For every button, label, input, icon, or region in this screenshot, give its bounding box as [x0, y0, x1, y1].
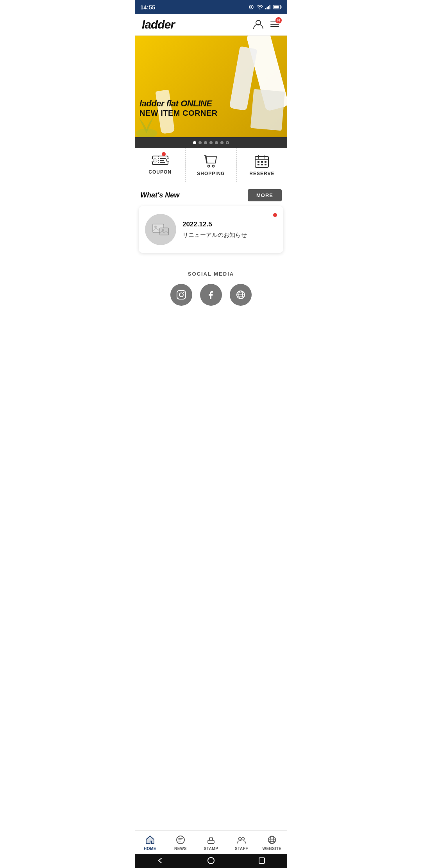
signal-icon — [265, 5, 271, 9]
svg-rect-20 — [160, 162, 165, 163]
news-title: リニューアルのお知らせ — [182, 231, 277, 239]
svg-point-22 — [207, 165, 209, 167]
carousel-dots — [135, 137, 287, 148]
reserve-label: RESERVE — [249, 171, 274, 176]
coupon-icon — [152, 154, 169, 166]
svg-point-1 — [250, 6, 252, 8]
news-content: 2022.12.5 リニューアルのお知らせ — [182, 221, 277, 239]
svg-rect-38 — [177, 291, 186, 299]
battery-icon — [273, 5, 282, 9]
menu-button[interactable]: N — [269, 19, 280, 31]
svg-point-39 — [179, 293, 183, 297]
svg-rect-4 — [268, 6, 269, 9]
user-icon — [253, 19, 264, 30]
dot-4[interactable] — [209, 141, 213, 144]
dot-1[interactable] — [193, 141, 196, 144]
whats-new-title: What's New — [140, 191, 179, 199]
dot-5[interactable] — [215, 141, 218, 144]
status-bar: 14:55 — [135, 0, 287, 14]
svg-rect-8 — [274, 6, 279, 9]
hero-line1: ladder flat ONLINE — [139, 99, 218, 109]
hero-text: ladder flat ONLINE NEW ITEM CORNER — [139, 99, 218, 118]
instagram-button[interactable] — [170, 284, 192, 306]
more-button[interactable]: MORE — [248, 189, 282, 201]
image-placeholder-icon — [152, 222, 169, 237]
globe-icon — [235, 289, 246, 300]
shopping-nav-item[interactable]: SHOPPING — [186, 148, 236, 182]
news-card[interactable]: 2022.12.5 リニューアルのお知らせ — [139, 206, 283, 253]
svg-rect-21 — [153, 158, 157, 162]
svg-rect-3 — [267, 7, 268, 10]
hero-banner: ladder flat ONLINE NEW ITEM CORNER — [135, 36, 287, 137]
svg-rect-33 — [265, 164, 266, 165]
svg-point-40 — [183, 292, 184, 293]
status-icons — [248, 5, 282, 9]
svg-rect-5 — [270, 5, 271, 9]
shopping-icon — [204, 154, 218, 168]
profile-button[interactable] — [253, 19, 264, 31]
status-time: 14:55 — [140, 4, 155, 11]
bottle-decoration-3 — [250, 89, 285, 131]
shopping-label: SHOPPING — [197, 171, 225, 176]
coupon-nav-item[interactable]: COUPON — [135, 148, 186, 182]
dot-2[interactable] — [198, 141, 202, 144]
notification-badge: N — [275, 17, 282, 23]
svg-rect-31 — [257, 164, 259, 165]
svg-rect-2 — [265, 8, 266, 9]
facebook-icon — [206, 289, 216, 300]
header: ladder N — [135, 14, 287, 36]
quick-nav: COUPON SHOPPING RESERVE — [135, 148, 287, 182]
website-button[interactable] — [230, 284, 252, 306]
social-media-title: SOCIAL MEDIA — [135, 271, 287, 277]
svg-point-35 — [154, 226, 157, 228]
svg-rect-29 — [261, 161, 263, 163]
svg-rect-18 — [160, 158, 166, 159]
social-icons — [135, 284, 287, 306]
svg-rect-7 — [281, 6, 282, 8]
dot-6[interactable] — [220, 141, 224, 144]
reserve-nav-item[interactable]: RESERVE — [237, 148, 287, 182]
svg-point-16 — [166, 159, 169, 162]
settings-icon — [248, 5, 254, 9]
facebook-button[interactable] — [200, 284, 222, 306]
hero-line2: NEW ITEM CORNER — [139, 109, 218, 118]
wifi-icon — [257, 5, 263, 9]
reserve-icon — [254, 154, 269, 168]
svg-rect-36 — [160, 228, 168, 235]
header-icons: N — [253, 19, 280, 31]
news-thumbnail — [145, 214, 176, 245]
svg-rect-19 — [160, 160, 164, 161]
svg-rect-28 — [257, 161, 259, 163]
news-date: 2022.12.5 — [182, 221, 277, 228]
dot-3[interactable] — [204, 141, 207, 144]
svg-rect-30 — [265, 161, 266, 163]
whats-new-header: What's New MORE — [135, 182, 287, 206]
coupon-label: COUPON — [148, 169, 172, 175]
social-media-section: SOCIAL MEDIA — [135, 259, 287, 314]
instagram-icon — [176, 289, 187, 300]
app-logo: ladder — [142, 18, 175, 31]
svg-rect-32 — [261, 164, 263, 165]
news-new-dot — [273, 213, 277, 217]
dot-7[interactable] — [226, 141, 229, 144]
svg-point-23 — [212, 165, 214, 167]
